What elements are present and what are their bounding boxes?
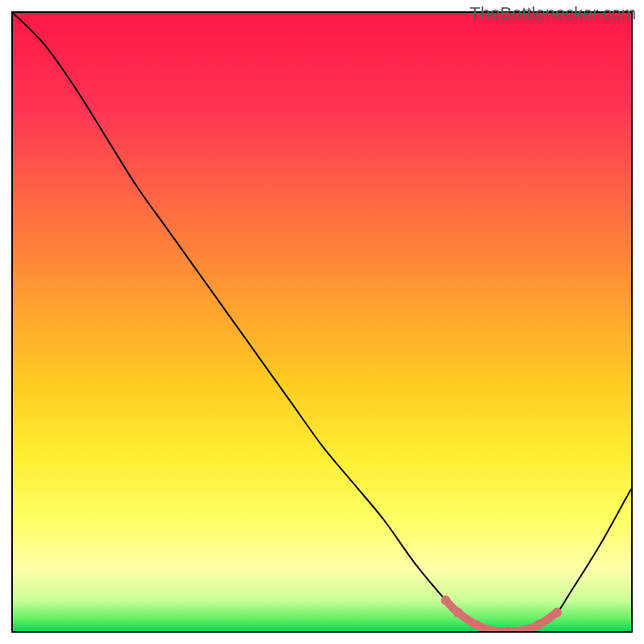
watermark-text: TheBottlenecker.com — [469, 3, 636, 24]
svg-point-2 — [453, 608, 463, 617]
chart-area — [11, 11, 633, 633]
bottleneck-curve — [13, 13, 631, 631]
svg-point-8 — [552, 608, 562, 617]
svg-point-3 — [472, 620, 481, 630]
svg-point-5 — [502, 626, 512, 631]
svg-point-7 — [534, 620, 543, 630]
svg-point-1 — [441, 596, 451, 605]
